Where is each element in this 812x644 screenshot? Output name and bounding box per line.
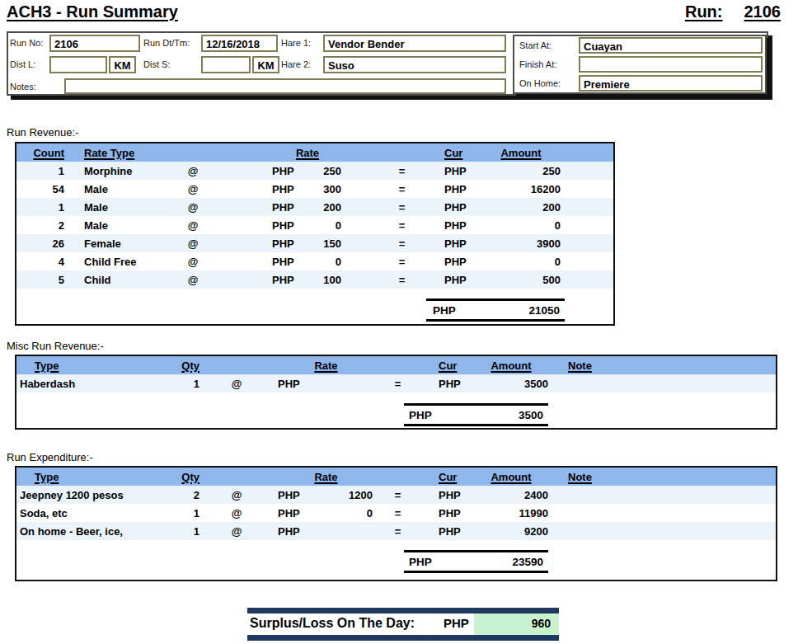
run-dt-field[interactable]: 12/16/2018 [201, 35, 278, 52]
table-row: 1 Morphine @ PHP 250 = PHP 250 [16, 162, 613, 180]
rate-cur-cell: PHP [272, 219, 301, 232]
hare1-field[interactable]: Vendor Bender [323, 35, 506, 52]
amount-cell: 3900 [480, 237, 562, 250]
amount-cell: 16200 [480, 183, 562, 195]
expenditure-header-row: Type Qty Rate Cur Amount Note [16, 468, 776, 486]
count-cell: 2 [16, 219, 66, 232]
cur-cell: PHP [444, 274, 480, 286]
finish-at-label: Finish At: [519, 59, 556, 69]
qty-cell: 1 [165, 525, 199, 538]
locations-box: Start At: Cuayan Finish At: On Home: Pre… [513, 35, 767, 94]
total-cur: PHP [433, 304, 456, 317]
cur-header: Cur [439, 471, 472, 483]
cur-cell: PHP [444, 219, 480, 232]
equals-symbol: = [392, 165, 412, 177]
type-cell: Haberdash [16, 378, 165, 390]
rate-cell: 0 [301, 219, 343, 232]
rate-cur-cell: PHP [278, 525, 307, 538]
rate-cur-cell: PHP [278, 507, 307, 519]
equals-symbol: = [392, 201, 412, 214]
finish-at-field[interactable] [579, 56, 763, 73]
note-header: Note [568, 471, 776, 483]
hare2-label: Hare 2: [281, 59, 311, 69]
expenditure-total: PHP 23590 [404, 550, 548, 573]
rate-cur-cell: PHP [272, 201, 301, 214]
hare1-label: Hare 1: [281, 38, 311, 48]
amount-cell: 0 [480, 219, 562, 232]
amount-cell: 500 [480, 274, 562, 286]
amount-header: Amount [480, 147, 562, 159]
rate-cell: 200 [301, 201, 343, 214]
table-row: 2 Male @ PHP 0 = PHP 0 [16, 216, 613, 234]
rate-type-cell: Morphine [84, 165, 181, 177]
surplus-currency: PHP [444, 616, 469, 630]
note-header: Note [568, 360, 776, 372]
on-home-label: On Home: [519, 78, 561, 88]
count-cell: 5 [16, 274, 66, 286]
misc-total: PHP 3500 [404, 403, 548, 426]
total-amount: 3500 [519, 409, 543, 421]
cur-cell: PHP [444, 256, 480, 268]
type-header: Type [16, 360, 165, 372]
at-symbol: @ [181, 256, 204, 268]
on-home-field[interactable]: Premiere [579, 75, 763, 92]
table-row: Jeepney 1200 pesos 2 @ PHP 1200 = PHP 24… [16, 486, 776, 504]
run-no-field[interactable]: 2106 [49, 35, 140, 52]
revenue-table: Count Rate Type Rate Cur Amount 1 Morphi… [15, 142, 615, 326]
type-cell: On home - Beer, ice, [16, 525, 165, 538]
at-symbol: @ [181, 219, 204, 232]
at-symbol: @ [224, 378, 249, 390]
amount-cell: 200 [480, 201, 562, 214]
rate-cur-cell: PHP [272, 237, 301, 250]
amount-header: Amount [472, 360, 550, 372]
table-row: 5 Child @ PHP 100 = PHP 500 [16, 270, 613, 289]
equals-symbol: = [387, 507, 408, 519]
expenditure-table: Type Qty Rate Cur Amount Note Jeepney 12… [15, 466, 777, 581]
qty-cell: 1 [165, 507, 199, 519]
total-amount: 23590 [512, 556, 543, 568]
equals-symbol: = [387, 525, 408, 538]
start-at-field[interactable]: Cuayan [579, 37, 763, 54]
amount-cell: 0 [480, 256, 562, 268]
surplus-bottom-bar [247, 635, 559, 641]
run-details-box: Run No: 2106 Run Dt/Tm: 12/16/2018 Hare … [7, 31, 768, 96]
table-row: 4 Child Free @ PHP 0 = PHP 0 [16, 252, 613, 270]
notes-field[interactable] [64, 78, 506, 94]
at-symbol: @ [181, 274, 204, 286]
run-ref-label: Run: [685, 2, 723, 21]
run-summary-report: ACH3 - Run Summary Run: 2106 Run No: 210… [0, 0, 812, 644]
dist-s-field[interactable] [201, 56, 251, 73]
dist-l-field[interactable] [49, 56, 107, 73]
rate-header: Rate [272, 147, 343, 159]
run-reference: Run: 2106 [685, 2, 781, 21]
type-header: Type [16, 471, 165, 483]
amount-cell: 2400 [472, 489, 550, 501]
surplus-row: Surplus/Loss On The Day: PHP 960 [247, 613, 559, 635]
run-no-label: Run No: [10, 38, 43, 48]
count-cell: 4 [16, 256, 66, 268]
misc-header-row: Type Qty Rate Cur Amount Note [16, 356, 776, 374]
equals-symbol: = [387, 489, 408, 501]
total-cur: PHP [409, 409, 432, 421]
type-cell: Jeepney 1200 pesos [16, 489, 165, 501]
table-row: On home - Beer, ice, 1 @ PHP = PHP 9200 [16, 522, 776, 540]
cur-cell: PHP [439, 489, 472, 501]
type-cell: Soda, etc [16, 507, 165, 519]
qty-header: Qty [165, 360, 199, 372]
dist-l-label: Dist L: [10, 59, 35, 69]
count-cell: 1 [16, 201, 66, 214]
cur-cell: PHP [444, 165, 480, 177]
cur-cell: PHP [439, 507, 472, 519]
rate-cell: 0 [307, 507, 374, 519]
rate-type-cell: Child Free [84, 256, 181, 268]
rate-cell: 300 [301, 183, 343, 195]
rate-type-cell: Male [84, 183, 181, 195]
hare2-field[interactable]: Suso [323, 56, 506, 73]
equals-symbol: = [392, 237, 412, 250]
cur-cell: PHP [444, 237, 480, 250]
revenue-section-label: Run Revenue:- [7, 126, 78, 139]
at-symbol: @ [224, 507, 249, 519]
rate-cell: 0 [301, 256, 343, 268]
at-symbol: @ [224, 489, 249, 501]
cur-cell: PHP [439, 525, 472, 538]
